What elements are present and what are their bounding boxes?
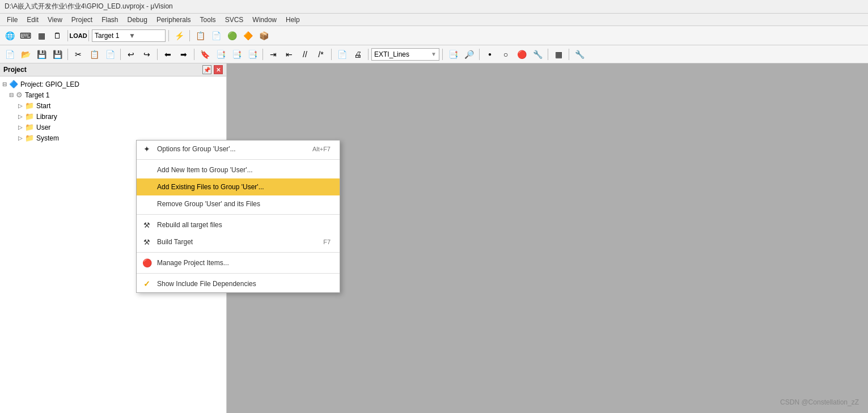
folder-start-icon: 📁 — [25, 101, 34, 110]
tb2-saveall-btn[interactable]: 💾 — [50, 47, 65, 62]
ctx-show-include[interactable]: ✓ Show Include File Dependencies — [137, 275, 340, 292]
tb2-bm3-btn[interactable]: 📑 — [229, 47, 244, 62]
tb2-sep6 — [331, 49, 332, 60]
tb-grid-btn[interactable]: ▦ — [34, 28, 49, 43]
tb2-sep2 — [120, 49, 121, 60]
tb2-debug1-btn[interactable]: ● — [482, 47, 497, 62]
tree-item-root[interactable]: ⊟ 🔷 Project: GPIO_LED — [0, 79, 226, 90]
tb2-sep3 — [157, 49, 158, 60]
tb2-search2-btn[interactable]: 🔎 — [461, 47, 476, 62]
tb2-debug3-btn[interactable]: 🔴 — [514, 47, 529, 62]
tb2-sep1 — [67, 49, 68, 60]
tb2-format1-btn[interactable]: // — [298, 47, 312, 62]
tb-flash-btn[interactable]: 📦 — [256, 28, 271, 43]
tb2-bookmark-btn[interactable]: 🔖 — [197, 47, 212, 62]
menu-item-debug[interactable]: Debug — [123, 15, 152, 25]
tb-sep2 — [88, 30, 89, 41]
watermark: CSDN @Constellation_zZ — [780, 398, 859, 406]
folder-system-icon: 📁 — [25, 134, 34, 142]
menu-item-help[interactable]: Help — [281, 15, 304, 25]
ctx-add-new-label: Add New Item to Group 'User'... — [157, 166, 253, 174]
tb2-indent2-btn[interactable]: ⇤ — [282, 47, 297, 62]
ctx-rebuild-all[interactable]: ⚒ Rebuild all target files — [137, 216, 340, 233]
ctx-remove-group[interactable]: Remove Group 'User' and its Files — [137, 195, 340, 212]
tb2-back-btn[interactable]: ⬅ — [160, 47, 175, 62]
tb2-save-btn[interactable]: 💾 — [34, 47, 49, 62]
tb2-sep11 — [569, 49, 569, 60]
tb-sep3 — [168, 30, 169, 41]
menu-item-peripherals[interactable]: Peripherals — [152, 15, 196, 25]
ctx-sep0 — [137, 159, 340, 160]
user-label: User — [36, 124, 50, 131]
tb-yellow-btn[interactable]: 🔶 — [240, 28, 255, 43]
tb2-cut-btn[interactable]: ✂ — [71, 47, 86, 62]
ctx-remove-label: Remove Group 'User' and its Files — [157, 200, 260, 208]
project-close-btn[interactable]: ✕ — [214, 65, 223, 74]
target-dropdown[interactable]: Target 1 ▼ — [92, 29, 166, 42]
tb-globe-btn[interactable]: 🌐 — [2, 28, 17, 43]
tb2-config-btn[interactable]: 🔧 — [572, 47, 587, 62]
tb2-paste-btn[interactable]: 📄 — [103, 47, 117, 62]
project-pin-btn[interactable]: 📌 — [202, 65, 211, 74]
project-root-label: Project: GPIO_LED — [20, 80, 79, 88]
tb2-indent1-btn[interactable]: ⇥ — [266, 47, 281, 62]
menu-item-flash[interactable]: Flash — [97, 15, 122, 25]
ctx-options-label: Options for Group 'User'... — [157, 145, 236, 153]
ctx-manage-project[interactable]: 🔴 Manage Project Items... — [137, 254, 340, 271]
tb2-print-btn[interactable]: 🖨 — [350, 47, 365, 62]
ctx-options-group[interactable]: ✦ Options for Group 'User'... Alt+F7 — [137, 140, 340, 157]
tb2-new-btn[interactable]: 📄 — [2, 47, 17, 62]
search-input[interactable] — [374, 50, 431, 58]
tree-item-user[interactable]: ▷ 📁 User — [0, 122, 226, 133]
tb2-copy-btn[interactable]: 📋 — [87, 47, 101, 62]
toolbar1: 🌐 ⌨ ▦ 🗒 LOAD Target 1 ▼ ⚡ 📋 📄 🟢 🔶 📦 — [0, 26, 868, 45]
ctx-manage-label: Manage Project Items... — [157, 259, 229, 267]
tb2-bm4-btn[interactable]: 📑 — [245, 47, 260, 62]
menu-item-edit[interactable]: Edit — [22, 15, 43, 25]
tb-copy2-btn[interactable]: 📄 — [209, 28, 223, 43]
tb2-debug2-btn[interactable]: ○ — [498, 47, 513, 62]
tb2-sep4 — [194, 49, 194, 60]
project-title: Project — [3, 66, 27, 74]
tb2-layout-btn[interactable]: ▦ — [551, 47, 566, 62]
tb2-open-btn[interactable]: 📂 — [18, 47, 33, 62]
tb2-debug4-btn[interactable]: 🔧 — [530, 47, 545, 62]
target1-label: Target 1 — [25, 91, 49, 99]
menu-item-window[interactable]: Window — [248, 15, 281, 25]
ctx-add-new[interactable]: Add New Item to Group 'User'... — [137, 161, 340, 178]
ctx-add-existing[interactable]: Add Existing Files to Group 'User'... — [137, 178, 340, 195]
target-dropdown-arrow: ▼ — [129, 32, 163, 40]
tb-copy1-btn[interactable]: 📋 — [193, 28, 208, 43]
project-header: Project 📌 ✕ — [0, 63, 226, 76]
tb2-fwd-btn[interactable]: ➡ — [176, 47, 191, 62]
tb2-bm2-btn[interactable]: 📑 — [213, 47, 228, 62]
project-header-actions: 📌 ✕ — [202, 65, 223, 74]
ctx-build-target[interactable]: ⚒ Build Target F7 — [137, 233, 340, 250]
tb-green-btn[interactable]: 🟢 — [225, 28, 239, 43]
tb2-find-btn[interactable]: 📑 — [446, 47, 460, 62]
search-dropdown-arrow: ▼ — [431, 51, 437, 57]
tb-new-btn[interactable]: 🗒 — [50, 28, 65, 43]
tb-run-btn[interactable]: ⚡ — [172, 28, 187, 43]
tree-item-target1[interactable]: ⊟ ⚙ Target 1 — [0, 90, 226, 100]
menu-item-project[interactable]: Project — [67, 15, 97, 25]
tb2-undo-btn[interactable]: ↩ — [124, 47, 138, 62]
ctx-sep2 — [137, 252, 340, 253]
tb2-sep9 — [479, 49, 480, 60]
tb2-doc-btn[interactable]: 📄 — [335, 47, 349, 62]
expand-user: ▷ — [18, 124, 24, 130]
tree-item-start[interactable]: ▷ 📁 Start — [0, 100, 226, 111]
tree-item-library[interactable]: ▷ 📁 Library — [0, 111, 226, 122]
expand-target1: ⊟ — [9, 92, 15, 98]
menu-item-tools[interactable]: Tools — [196, 15, 221, 25]
tb-load-btn[interactable]: LOAD — [71, 28, 86, 43]
tb-sep4 — [189, 30, 190, 41]
menu-item-svcs[interactable]: SVCS — [221, 15, 248, 25]
tb-kbd-btn[interactable]: ⌨ — [18, 28, 33, 43]
menu-item-file[interactable]: File — [2, 15, 22, 25]
ctx-build-label: Build Target — [157, 238, 193, 246]
tb2-redo-btn[interactable]: ↪ — [139, 47, 154, 62]
ctx-show-include-label: Show Include File Dependencies — [157, 280, 256, 288]
menu-item-view[interactable]: View — [43, 15, 67, 25]
tb2-format2-btn[interactable]: /* — [314, 47, 328, 62]
